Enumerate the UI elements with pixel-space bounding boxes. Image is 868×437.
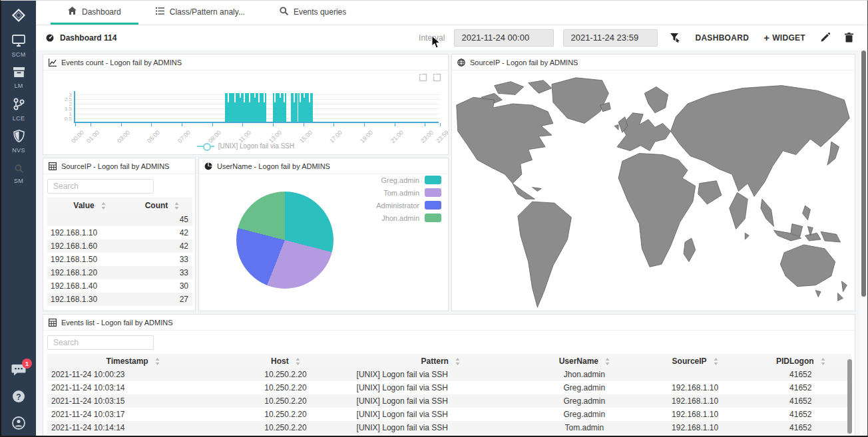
- events-cell: 2021-11-24 10:14:15: [47, 434, 218, 437]
- sourceip-search-input[interactable]: [47, 179, 154, 194]
- x-axis-tick: [395, 123, 395, 126]
- table-row[interactable]: 192.168.1.4030: [47, 279, 192, 293]
- pencil-icon: [820, 33, 830, 43]
- events-column-header[interactable]: Timestamp: [47, 354, 218, 368]
- events-table-scrollbar[interactable]: [847, 359, 852, 434]
- sidebar-chat-button[interactable]: 1: [11, 363, 27, 379]
- sort-icon[interactable]: [714, 357, 718, 366]
- table-row[interactable]: 192.168.1.3027: [47, 293, 192, 306]
- pie-legend-swatch-icon: [425, 201, 441, 210]
- x-axis-tick: [91, 123, 91, 126]
- sourceip-column-header[interactable]: Value: [47, 198, 132, 213]
- chart-bar[interactable]: [265, 93, 266, 122]
- legend-label: [UNIX] Logon fail via SSH: [218, 142, 295, 150]
- sidebar-item-lce[interactable]: LCE: [1, 94, 36, 126]
- events-column-header[interactable]: SourceIP: [640, 354, 750, 368]
- widget-title-text: UserName - Logon fail by ADMINS: [217, 162, 330, 170]
- user-icon: [12, 416, 25, 432]
- events-cell: 10.250.2.20: [218, 421, 352, 434]
- table-row[interactable]: 2021-11-24 10:03:1410.250.2.20[UNIX] Log…: [47, 381, 851, 394]
- page-scrollbar-thumb[interactable]: [861, 51, 866, 297]
- sort-icon[interactable]: [605, 357, 610, 366]
- sourceip-count-cell: 42: [132, 226, 192, 239]
- widget-title-text: Events count - Logon fail by ADMINS: [61, 59, 182, 67]
- interval-start-input[interactable]: [454, 29, 554, 47]
- add-widget-button[interactable]: + WIDGET: [761, 28, 808, 47]
- chart-bar[interactable]: [312, 93, 313, 122]
- sidebar-item-sm[interactable]: SM: [1, 158, 36, 190]
- world-map[interactable]: [452, 71, 855, 311]
- sourceip-count-cell: 33: [132, 266, 192, 279]
- list-icon: [156, 7, 164, 17]
- sourceip-value-cell: 192.168.1.30: [47, 293, 132, 306]
- tab-class-pattern-analy[interactable]: Class/Pattern analy...: [138, 1, 262, 25]
- sort-icon[interactable]: [174, 201, 179, 210]
- events-cell: 2021-11-24 10:00:23: [47, 368, 218, 381]
- table-row[interactable]: 192.168.1.6042: [47, 239, 192, 253]
- sourceip-value-cell: 192.168.1.20: [47, 266, 132, 279]
- filter-funnel-icon: [670, 33, 680, 43]
- events-column-header[interactable]: Pattern: [353, 354, 529, 368]
- pie-legend-item[interactable]: Administrator: [376, 201, 441, 210]
- search-icon: [15, 164, 23, 176]
- sidebar-item-scm[interactable]: SCM: [1, 30, 36, 62]
- tab-dashboard[interactable]: Dashboard: [51, 1, 138, 25]
- filter-button[interactable]: [667, 30, 683, 45]
- dashboard-button[interactable]: DASHBOARD: [692, 29, 752, 47]
- events-column-header[interactable]: Host: [218, 354, 352, 368]
- pie-legend-label: Tom.admin: [383, 189, 419, 197]
- sort-icon[interactable]: [155, 357, 160, 366]
- delete-dashboard-button[interactable]: [842, 30, 856, 45]
- pie-legend-item[interactable]: Greg.admin: [376, 176, 441, 184]
- events-cell: Tom.admin: [529, 434, 640, 437]
- events-cell: 10.250.2.20: [218, 394, 352, 408]
- interval-end-input[interactable]: [563, 29, 658, 47]
- sort-icon[interactable]: [296, 357, 300, 366]
- sidebar-help-button[interactable]: ?: [11, 390, 27, 406]
- edit-dashboard-button[interactable]: [817, 30, 833, 45]
- bar-chart-plot[interactable]: 0.511.522.5300:0001:0003:0005:0007:0009:…: [74, 91, 439, 123]
- zoom-reset-box-icon[interactable]: [433, 73, 441, 82]
- table-row[interactable]: 192.168.1.5033: [47, 253, 192, 266]
- table-row[interactable]: 2021-11-24 10:14:1410.250.2.20[UNIX] Log…: [47, 421, 851, 434]
- sort-icon[interactable]: [821, 357, 825, 366]
- sidebar-item-nvs[interactable]: NVS: [1, 126, 36, 158]
- chart-bar[interactable]: [285, 93, 286, 122]
- pie-widget-title: UserName - Logon fail by ADMINS: [199, 158, 448, 174]
- table-row[interactable]: 45: [47, 213, 192, 226]
- help-icon: ?: [12, 390, 25, 406]
- pie-legend-item[interactable]: Tom.admin: [376, 188, 441, 197]
- sourceip-column-header[interactable]: Count: [132, 198, 192, 213]
- page-scrollbar-track[interactable]: [860, 50, 867, 437]
- events-cell: 2021-11-24 10:14:14: [47, 421, 218, 434]
- zoom-out-box-icon[interactable]: [419, 73, 427, 82]
- events-column-header[interactable]: PIDLogon: [750, 354, 851, 368]
- events-cell: 41652: [750, 381, 851, 394]
- events-search-input[interactable]: [47, 335, 154, 350]
- table-row[interactable]: 192.168.1.2033: [47, 266, 192, 279]
- sort-icon[interactable]: [101, 201, 106, 210]
- app-logo[interactable]: [1, 1, 36, 30]
- pie-legend-swatch-icon: [425, 176, 441, 184]
- chart-legend[interactable]: [UNIX] Logon fail via SSH: [43, 142, 448, 150]
- sidebar-item-label: LM: [14, 82, 23, 89]
- sidebar-item-lm[interactable]: LM: [1, 62, 36, 94]
- page-title: Dashboard 114: [45, 33, 116, 43]
- pie-legend-item[interactable]: Jhon.admin: [376, 214, 441, 222]
- table-row[interactable]: 2021-11-24 10:14:1510.250.2.20[UNIX] Log…: [47, 434, 851, 437]
- table-row[interactable]: 2021-11-24 10:03:1510.250.2.20[UNIX] Log…: [47, 394, 851, 408]
- table-row[interactable]: 192.168.1.1042: [47, 226, 192, 239]
- legend-marker-icon: [197, 146, 214, 147]
- pie-chart-icon: [204, 162, 212, 170]
- pie-legend-label: Greg.admin: [381, 176, 419, 184]
- pie-chart[interactable]: [236, 192, 333, 289]
- table-row[interactable]: 2021-11-24 10:03:1710.250.2.20[UNIX] Log…: [47, 408, 851, 421]
- table-row[interactable]: 2021-11-24 10:00:2310.250.2.20[UNIX] Log…: [47, 368, 851, 381]
- events-column-header[interactable]: UserName: [529, 354, 640, 368]
- sourceip-value-cell: 192.168.1.10: [47, 226, 132, 239]
- sidebar-account-button[interactable]: [11, 416, 27, 432]
- events-cell: Jhon.admin: [529, 368, 640, 381]
- tab-events-queries[interactable]: Events queries: [262, 1, 363, 25]
- events-cell: 192.168.1.10: [640, 394, 750, 408]
- sort-icon[interactable]: [455, 357, 460, 366]
